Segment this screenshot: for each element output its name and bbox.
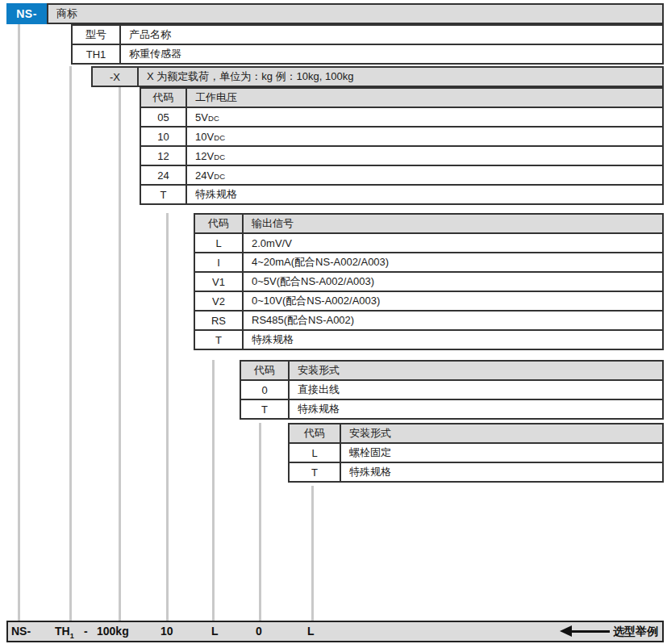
connector-line-mount2 — [311, 486, 314, 621]
example-item-output: L — [211, 625, 219, 638]
trademark-label: 商标 — [48, 4, 663, 23]
connector-line-voltage — [166, 213, 169, 621]
desc-cell: 螺栓固定 — [340, 443, 663, 462]
desc-cell: 产品名称 — [120, 25, 663, 44]
example-bar: NS- TH1 - 100kg 10 L 0 L 选型举例 — [6, 621, 664, 642]
connector-line-mount1 — [259, 423, 261, 621]
code-header-cell: 代码 — [140, 88, 186, 107]
desc-cell: RS485(配合NS-A002) — [243, 311, 663, 330]
example-item-model: TH1 — [55, 625, 74, 640]
table-row: T 特殊规格 — [289, 462, 663, 482]
table-row: 10 10VDC — [140, 127, 663, 146]
left-arrow-icon — [560, 625, 572, 637]
table-row: 24 24VDC — [140, 165, 663, 185]
desc-cell: X 为额定载荷，单位为：kg 例：10kg, 100kg — [138, 67, 663, 86]
desc-cell: 2.0mV/V — [243, 233, 663, 253]
desc-cell: 特殊规格 — [243, 330, 663, 349]
desc-cell: 直接出线 — [289, 380, 663, 399]
example-item-voltage: 10 — [160, 625, 173, 638]
table-row: V1 0~5V(配合NS-A002/A003) — [194, 272, 663, 291]
desc-header-cell: 工作电压 — [186, 88, 663, 107]
code-cell: L — [289, 443, 340, 462]
trademark-table: 商标 — [47, 3, 664, 24]
code-cell: T — [194, 330, 243, 349]
left-arrow-tail — [571, 630, 610, 633]
desc-cell: 24VDC — [186, 165, 663, 185]
table-row: V2 0~10V(配合NS-A002/A003) — [194, 291, 663, 311]
desc-cell: 4~20mA(配合NS-A002/A003) — [243, 253, 663, 272]
model-table: 型号 产品名称 TH1 称重传感器 — [71, 24, 664, 65]
table-row: T 特殊规格 — [140, 185, 663, 204]
table-row: 代码 输出信号 — [194, 214, 663, 233]
table-row: T 特殊规格 — [240, 399, 663, 419]
connector-line-brand — [18, 24, 20, 621]
example-item-mount1: 0 — [256, 625, 262, 638]
code-cell: I — [194, 253, 243, 272]
code-cell: -X — [92, 67, 138, 86]
example-item-prefix: NS- — [11, 625, 31, 638]
desc-cell: 称重传感器 — [120, 44, 663, 64]
code-cell: 0 — [240, 380, 289, 399]
code-cell: TH1 — [72, 44, 120, 64]
capacity-table: -X X 为额定载荷，单位为：kg 例：10kg, 100kg — [91, 66, 664, 87]
table-row: 代码 工作电压 — [140, 88, 663, 107]
table-row: L 螺栓固定 — [289, 443, 663, 462]
example-item-capacity: 100kg — [97, 625, 129, 638]
table-row: I 4~20mA(配合NS-A002/A003) — [194, 253, 663, 272]
connector-line-model — [69, 66, 72, 621]
desc-cell: 特殊规格 — [340, 462, 663, 482]
table-row: TH1 称重传感器 — [72, 44, 663, 64]
code-cell: V1 — [194, 272, 243, 291]
desc-cell: 0~5V(配合NS-A002/A003) — [243, 272, 663, 291]
brand-box: NS- — [6, 3, 47, 24]
code-header-cell: 代码 — [240, 361, 289, 380]
example-note: 选型举例 — [613, 625, 658, 639]
connector-line-capacity — [119, 87, 121, 621]
code-cell: T — [240, 399, 289, 419]
connector-line-output — [212, 360, 215, 621]
desc-header-cell: 安装形式 — [289, 361, 663, 380]
table-row: 代码 安装形式 — [240, 361, 663, 380]
voltage-table: 代码 工作电压 05 5VDC 10 10VDC 12 12VDC 24 24V… — [140, 87, 664, 205]
example-item-dash: - — [84, 625, 88, 638]
code-cell: 型号 — [72, 25, 120, 44]
code-cell: T — [289, 462, 340, 482]
ordering-code-diagram: NS- 商标 型号 产品名称 TH1 称重传感器 -X X 为额定载荷，单位为：… — [0, 0, 667, 644]
code-cell: RS — [194, 311, 243, 330]
table-row: -X X 为额定载荷，单位为：kg 例：10kg, 100kg — [92, 67, 663, 86]
table-row: 商标 — [48, 4, 663, 23]
desc-cell: 10VDC — [186, 127, 663, 146]
table-row: RS RS485(配合NS-A002) — [194, 311, 663, 330]
example-item-mount2: L — [307, 625, 315, 638]
desc-cell: 12VDC — [186, 146, 663, 165]
desc-cell: 5VDC — [186, 107, 663, 127]
output-signal-table: 代码 输出信号 L 2.0mV/V I 4~20mA(配合NS-A002/A00… — [194, 213, 664, 350]
table-row: T 特殊规格 — [194, 330, 663, 349]
code-cell: L — [194, 233, 243, 253]
code-cell: 10 — [140, 127, 186, 146]
code-cell: V2 — [194, 291, 243, 311]
table-row: 0 直接出线 — [240, 380, 663, 399]
code-cell: 24 — [140, 165, 186, 185]
code-header-cell: 代码 — [194, 214, 243, 233]
desc-cell: 特殊规格 — [186, 185, 663, 204]
mounting-table-2: 代码 安装形式 L 螺栓固定 T 特殊规格 — [288, 423, 664, 483]
code-cell: 12 — [140, 146, 186, 165]
table-row: 05 5VDC — [140, 107, 663, 127]
table-row: L 2.0mV/V — [194, 233, 663, 253]
desc-header-cell: 输出信号 — [243, 214, 663, 233]
code-cell: 05 — [140, 107, 186, 127]
desc-cell: 0~10V(配合NS-A002/A003) — [243, 291, 663, 311]
mounting-table-1: 代码 安装形式 0 直接出线 T 特殊规格 — [240, 360, 664, 420]
table-row: 型号 产品名称 — [72, 25, 663, 44]
desc-cell: 特殊规格 — [289, 399, 663, 419]
table-row: 代码 安装形式 — [289, 424, 663, 443]
desc-header-cell: 安装形式 — [340, 424, 663, 443]
code-cell: T — [140, 185, 186, 204]
table-row: 12 12VDC — [140, 146, 663, 165]
code-header-cell: 代码 — [289, 424, 340, 443]
